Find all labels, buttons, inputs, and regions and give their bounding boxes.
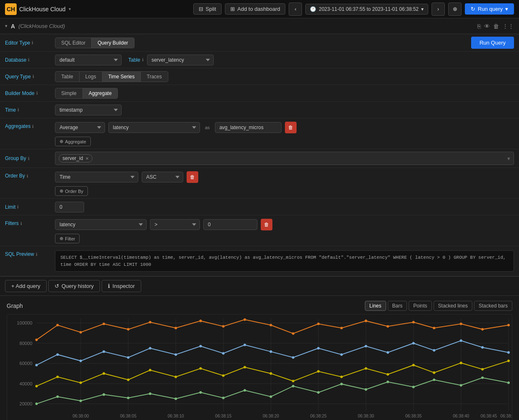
svg-point-53 (317, 370, 319, 372)
zoom-button[interactable]: ⊕ (448, 2, 462, 16)
svg-text:06:38:20: 06:38:20 (263, 414, 279, 418)
limit-label: Limit ℹ (5, 204, 51, 210)
limit-info[interactable]: ℹ (17, 205, 19, 209)
svg-point-79 (433, 349, 435, 352)
filter-column-select[interactable]: latency (55, 219, 147, 230)
svg-point-23 (102, 393, 105, 396)
time-info[interactable]: ℹ (17, 108, 19, 112)
svg-point-20 (35, 402, 38, 405)
app-title-arrow[interactable]: ▾ (69, 7, 71, 11)
graph-type-points-btn[interactable]: Points (409, 301, 432, 311)
order-by-column-select[interactable]: Time (55, 172, 138, 182)
split-button[interactable]: ⊟ Split (193, 3, 222, 15)
group-by-tag-remove[interactable]: ✕ (85, 156, 89, 161)
svg-point-78 (412, 342, 415, 345)
svg-point-33 (340, 383, 343, 385)
filter-value-input[interactable] (203, 219, 257, 230)
svg-point-102 (481, 328, 484, 330)
group-by-controls: server_id ✕ ▾ (55, 152, 514, 165)
order-by-delete-button[interactable]: 🗑 (187, 171, 198, 183)
limit-input[interactable] (55, 202, 84, 212)
graph-type-lines-btn[interactable]: Lines (365, 301, 386, 311)
graph-type-stacked-lines-btn[interactable]: Stacked lines (434, 301, 472, 311)
sql-preview-row: SQL Preview ℹ SELECT $__timeInterval(tim… (0, 246, 519, 276)
as-label: as (203, 125, 212, 130)
filters-info[interactable]: ℹ (20, 221, 22, 226)
group-by-row: Group By ℹ server_id ✕ ▾ (0, 149, 519, 168)
order-by-label: Order By ℹ (5, 171, 51, 179)
graph-type-bars-btn[interactable]: Bars (388, 301, 407, 311)
query-builder-btn[interactable]: Query Builder (92, 38, 134, 48)
svg-point-103 (507, 324, 510, 326)
svg-text:100000: 100000 (17, 320, 32, 325)
svg-point-75 (340, 353, 343, 356)
run-query-top-button[interactable]: ↻ Run query ▾ (465, 3, 514, 15)
query-type-info[interactable]: ℹ (32, 74, 34, 79)
sql-editor-btn[interactable]: SQL Editor (55, 38, 92, 48)
eye-button[interactable]: 👁 (484, 23, 490, 30)
database-select[interactable]: default (55, 55, 122, 65)
svg-point-72 (269, 350, 272, 353)
query-type-timeseries-btn[interactable]: Time Series (102, 72, 141, 82)
prev-time-button[interactable]: ‹ (289, 2, 302, 16)
share-button[interactable]: ⎘ (477, 23, 481, 30)
svg-point-71 (244, 344, 246, 346)
aggregate-delete-button[interactable]: 🗑 (285, 122, 297, 133)
more-button[interactable]: ⋮⋮ (502, 23, 514, 30)
add-dashboard-button[interactable]: ⊞ Add to dashboard (225, 3, 286, 15)
query-type-controls: Table Logs Time Series Traces (55, 71, 514, 82)
add-query-button[interactable]: + Add query (5, 280, 47, 292)
inspector-button[interactable]: ℹ Inspector (102, 280, 141, 292)
svg-text:40000: 40000 (20, 381, 32, 386)
run-query-top-label: Run query (478, 6, 503, 12)
group-by-info[interactable]: ℹ (28, 156, 30, 161)
svg-point-38 (460, 384, 462, 387)
add-aggregate-button[interactable]: ⊕ Aggregate (55, 137, 91, 146)
svg-point-68 (175, 353, 177, 356)
svg-text:06:38:05: 06:38:05 (120, 414, 137, 418)
table-select[interactable]: server_latency (147, 55, 214, 65)
next-time-button[interactable]: › (432, 2, 445, 16)
order-by-direction-select[interactable]: ASC (142, 172, 183, 182)
add-filter-button[interactable]: ⊕ Filter (55, 234, 80, 243)
filter-plus-icon: ⊕ (60, 236, 63, 241)
filter-delete-button[interactable]: 🗑 (261, 219, 272, 230)
editor-type-toggle: SQL Editor Query Builder (55, 38, 135, 48)
svg-point-90 (200, 320, 202, 322)
limit-row: Limit ℹ (0, 199, 519, 215)
history-icon: ↺ (55, 283, 59, 289)
svg-text:06:38:30: 06:38:30 (358, 414, 374, 418)
query-type-table-btn[interactable]: Table (55, 72, 80, 82)
order-by-info[interactable]: ℹ (27, 174, 28, 178)
svg-point-98 (387, 325, 389, 328)
run-query-main-button[interactable]: Run Query (471, 37, 514, 49)
svg-point-67 (149, 347, 151, 350)
sql-preview-info[interactable]: ℹ (36, 252, 37, 257)
query-type-traces-btn[interactable]: Traces (141, 72, 167, 82)
builder-aggregate-btn[interactable]: Aggregate (83, 88, 117, 98)
svg-point-42 (56, 375, 59, 378)
add-order-by-button[interactable]: ⊕ Order By (55, 186, 88, 196)
trash-button[interactable]: 🗑 (493, 23, 499, 30)
graph-type-stacked-bars-btn[interactable]: Stacked bars (474, 301, 512, 311)
aggregates-info[interactable]: ℹ (32, 124, 34, 129)
group-by-container[interactable]: server_id ✕ ▾ (55, 152, 514, 165)
aggregate-column-select[interactable]: latency (108, 122, 200, 133)
database-info[interactable]: ℹ (28, 58, 30, 62)
builder-simple-btn[interactable]: Simple (55, 88, 83, 98)
aggregate-alias-input[interactable] (215, 122, 282, 133)
filter-operator-select[interactable]: > (150, 219, 200, 230)
builder-mode-info[interactable]: ℹ (36, 91, 38, 95)
table-info[interactable]: ℹ (142, 58, 144, 62)
svg-point-55 (365, 367, 367, 370)
query-history-button[interactable]: ↺ Query history (48, 280, 100, 292)
aggregate-function-select[interactable]: Average (55, 122, 105, 133)
editor-type-row: Editor Type ℹ SQL Editor Query Builder R… (0, 34, 519, 52)
time-range-button[interactable]: 🕐 2023-11-01 06:37:55 to 2023-11-01 06:3… (305, 4, 428, 15)
query-type-logs-btn[interactable]: Logs (80, 72, 102, 82)
editor-type-info[interactable]: ℹ (32, 40, 33, 45)
breadcrumb-toggle[interactable]: ▾ (5, 23, 7, 29)
filters-row: Filters ℹ latency > 🗑 ⊕ Filter (0, 215, 519, 246)
sql-preview-box: SELECT $__timeInterval(timestamp) as tim… (55, 250, 514, 272)
time-select[interactable]: timestamp (55, 105, 122, 115)
